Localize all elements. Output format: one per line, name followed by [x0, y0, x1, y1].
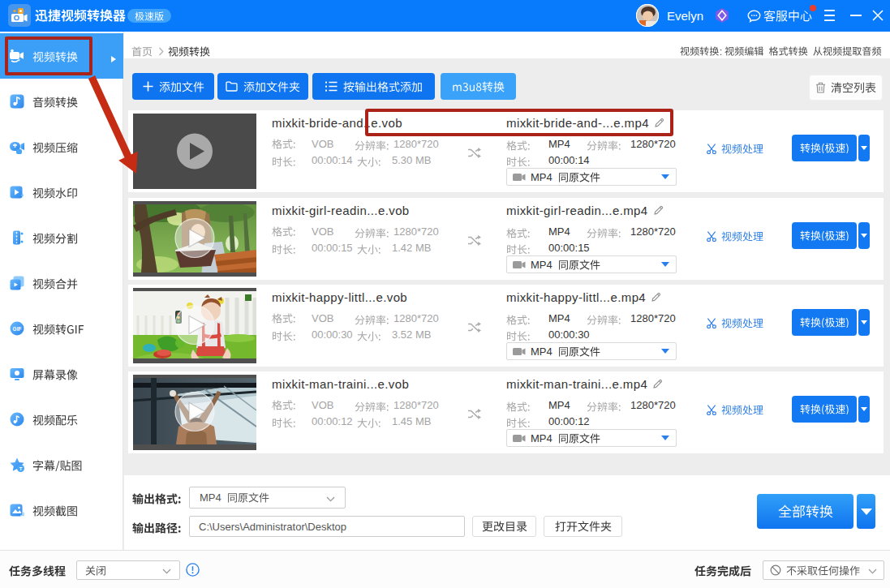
svg-text:GIF: GIF	[13, 326, 22, 332]
svg-text:T: T	[19, 466, 23, 471]
